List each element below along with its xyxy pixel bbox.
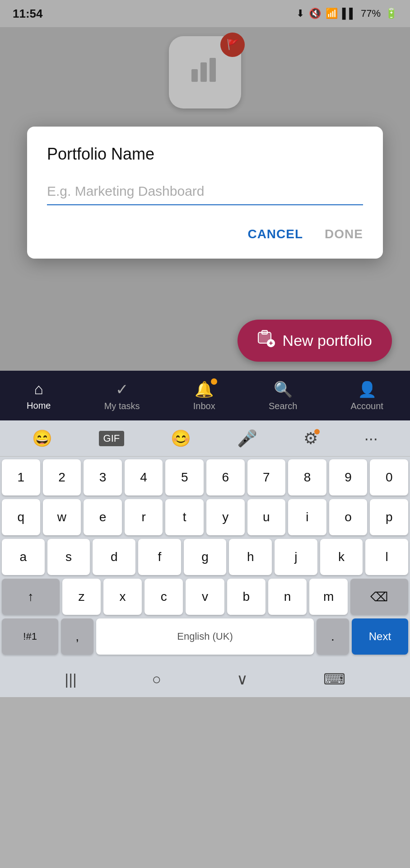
key-k[interactable]: k	[320, 539, 363, 575]
nav-label-home: Home	[27, 401, 51, 411]
key-4[interactable]: 4	[125, 459, 163, 495]
keyboard: 1 2 3 4 5 6 7 8 9 0 q w e r t y u i o p …	[0, 457, 410, 661]
more-button[interactable]: ···	[364, 429, 378, 448]
key-7[interactable]: 7	[247, 459, 286, 495]
key-t[interactable]: t	[165, 499, 204, 535]
account-icon: 👤	[358, 380, 377, 398]
key-l[interactable]: l	[365, 539, 408, 575]
recents-gesture-button[interactable]: ∨	[237, 670, 248, 688]
key-3[interactable]: 3	[84, 459, 122, 495]
back-gesture-button[interactable]: |||	[65, 670, 77, 688]
keyboard-row-bottom: !#1 , English (UK) . Next	[2, 618, 408, 655]
keyboard-row-numbers: 1 2 3 4 5 6 7 8 9 0	[2, 459, 408, 495]
key-symbols[interactable]: !#1	[2, 618, 58, 655]
home-icon: ⌂	[34, 380, 44, 398]
emoji-button[interactable]: 😊	[171, 429, 191, 448]
cancel-button[interactable]: CANCEL	[247, 223, 303, 245]
nav-item-my-tasks[interactable]: ✓ My tasks	[104, 380, 140, 411]
dialog-title: Portfolio Name	[47, 145, 363, 164]
portfolio-name-dialog: Portfolio Name CANCEL DONE	[27, 127, 383, 259]
nav-label-inbox: Inbox	[193, 401, 215, 411]
keyboard-row-qwerty: q w e r t y u i o p	[2, 499, 408, 535]
status-time: 11:54	[13, 7, 43, 21]
svg-rect-7	[270, 341, 271, 345]
key-w[interactable]: w	[43, 499, 81, 535]
key-5[interactable]: 5	[165, 459, 204, 495]
signal-icon: ▌▌	[342, 8, 356, 19]
key-next[interactable]: Next	[352, 618, 408, 655]
nav-label-search: Search	[269, 401, 297, 411]
key-shift[interactable]: ↑	[2, 579, 60, 615]
keyboard-row-zxcv: ↑ z x c v b n m ⌫	[2, 579, 408, 615]
nav-label-account: Account	[351, 401, 383, 411]
nav-item-account[interactable]: 👤 Account	[351, 380, 383, 411]
keyboard-toolbar: 😄 GIF 😊 🎤 ⚙ ···	[0, 420, 410, 457]
inbox-icon: 🔔	[195, 380, 214, 398]
keyboard-gesture-button[interactable]: ⌨	[323, 670, 345, 688]
portfolio-name-input[interactable]	[47, 180, 363, 205]
svg-rect-4	[262, 330, 267, 334]
nav-item-home[interactable]: ⌂ Home	[27, 380, 51, 411]
key-n[interactable]: n	[268, 579, 307, 615]
done-button[interactable]: DONE	[325, 223, 363, 245]
key-j[interactable]: j	[275, 539, 317, 575]
key-i[interactable]: i	[288, 499, 326, 535]
sticker-button[interactable]: 😄	[32, 429, 52, 448]
tasks-icon: ✓	[116, 380, 128, 398]
key-z[interactable]: z	[62, 579, 101, 615]
key-y[interactable]: y	[206, 499, 245, 535]
key-0[interactable]: 0	[370, 459, 408, 495]
mute-icon: 🔇	[309, 8, 321, 19]
key-c[interactable]: c	[144, 579, 183, 615]
nav-item-search[interactable]: 🔍 Search	[269, 380, 297, 411]
status-bar: 11:54 ⬇ 🔇 📶 ▌▌ 77% 🔋	[0, 0, 410, 27]
key-r[interactable]: r	[125, 499, 163, 535]
key-b[interactable]: b	[227, 579, 266, 615]
key-e[interactable]: e	[84, 499, 122, 535]
key-d[interactable]: d	[93, 539, 135, 575]
key-1[interactable]: 1	[2, 459, 40, 495]
bottom-navigation: ⌂ Home ✓ My tasks 🔔 Inbox 🔍 Search 👤 Acc…	[0, 371, 410, 420]
key-spacebar[interactable]: English (UK)	[96, 618, 314, 655]
key-comma[interactable]: ,	[61, 618, 93, 655]
key-period[interactable]: .	[317, 618, 349, 655]
key-6[interactable]: 6	[206, 459, 245, 495]
dialog-actions: CANCEL DONE	[47, 223, 363, 245]
nav-label-tasks: My tasks	[104, 401, 140, 411]
new-portfolio-button[interactable]: New portfolio	[238, 320, 392, 362]
home-gesture-button[interactable]: ○	[152, 670, 162, 688]
mic-button[interactable]: 🎤	[237, 429, 257, 448]
background-content: 🚩 Star your favorites Portfolio Name CAN…	[0, 27, 410, 371]
key-q[interactable]: q	[2, 499, 40, 535]
key-o[interactable]: o	[329, 499, 368, 535]
key-9[interactable]: 9	[329, 459, 368, 495]
key-backspace[interactable]: ⌫	[350, 579, 408, 615]
key-p[interactable]: p	[370, 499, 408, 535]
key-s[interactable]: s	[47, 539, 90, 575]
key-2[interactable]: 2	[43, 459, 81, 495]
battery-icon: 🔋	[385, 8, 397, 19]
key-a[interactable]: a	[2, 539, 45, 575]
battery-level: 77%	[361, 8, 381, 19]
new-portfolio-icon	[257, 330, 275, 352]
key-f[interactable]: f	[138, 539, 181, 575]
key-x[interactable]: x	[103, 579, 142, 615]
key-h[interactable]: h	[229, 539, 272, 575]
key-8[interactable]: 8	[288, 459, 326, 495]
gif-button[interactable]: GIF	[99, 431, 125, 446]
search-icon: 🔍	[274, 380, 293, 398]
gesture-navigation-bar: ||| ○ ∨ ⌨	[0, 661, 410, 697]
status-icons: ⬇ 🔇 📶 ▌▌ 77% 🔋	[296, 8, 397, 19]
key-v[interactable]: v	[186, 579, 224, 615]
keyboard-row-asdf: a s d f g h j k l	[2, 539, 408, 575]
wifi-icon: 📶	[326, 8, 338, 19]
key-g[interactable]: g	[184, 539, 227, 575]
key-u[interactable]: u	[247, 499, 286, 535]
bluetooth-icon: ⬇	[296, 8, 304, 19]
key-m[interactable]: m	[309, 579, 348, 615]
new-portfolio-label: New portfolio	[283, 332, 372, 349]
nav-item-inbox[interactable]: 🔔 Inbox	[193, 380, 215, 411]
keyboard-wrapper: 😄 GIF 😊 🎤 ⚙ ··· 1 2 3 4 5 6 7 8 9 0 q w …	[0, 420, 410, 697]
settings-button[interactable]: ⚙	[303, 429, 318, 448]
